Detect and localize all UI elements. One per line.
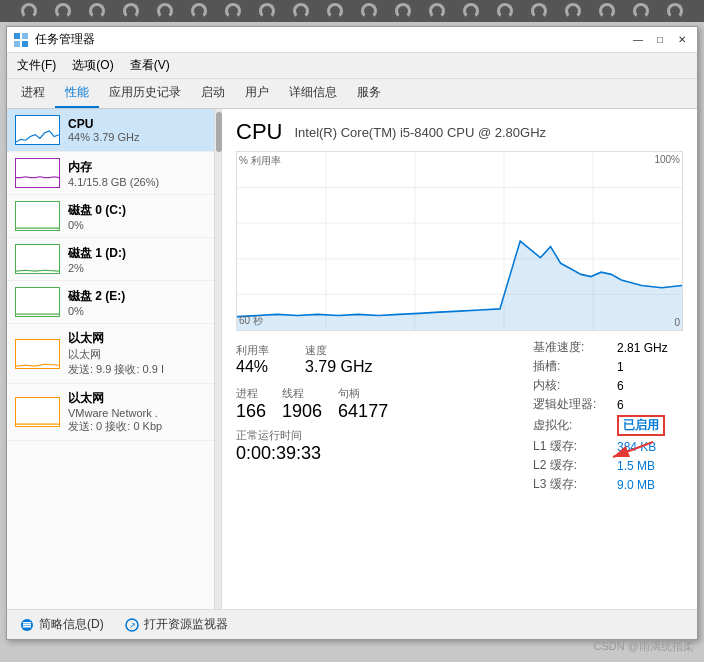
cpu-title: CPU — [236, 119, 282, 145]
svg-rect-0 — [14, 33, 20, 39]
chart-x-right: 0 — [674, 317, 680, 328]
eth1-sidebar-sub: 以太网 — [68, 347, 206, 362]
disk1-sidebar-sub: 2% — [68, 262, 206, 274]
stats-area: 利用率 44% 速度 3.79 GHz 进程 166 — [236, 339, 683, 495]
sidebar-item-eth2[interactable]: 以太网 VMware Network . 发送: 0 接收: 0 Kbp — [7, 384, 214, 441]
base-speed-value: 2.81 GHz — [617, 341, 668, 355]
cpu-sidebar-info: CPU 44% 3.79 GHz — [68, 117, 206, 143]
cpu-content: CPU Intel(R) Core(TM) i5-8400 CPU @ 2.80… — [222, 109, 697, 609]
spiral-loop — [667, 3, 683, 19]
spiral-loop — [89, 3, 105, 19]
socket-label: 插槽: — [533, 358, 613, 375]
disk0-sidebar-name: 磁盘 0 (C:) — [68, 202, 206, 219]
app-icon — [13, 32, 29, 48]
svg-rect-18 — [23, 626, 31, 628]
mem-sidebar-name: 内存 — [68, 159, 206, 176]
thread-label: 线程 — [282, 386, 322, 401]
socket-row: 插槽: 1 — [533, 358, 683, 375]
bottom-bar: 简略信息(D) ↗ 打开资源监视器 — [7, 609, 697, 639]
eth2-sidebar-sub: VMware Network . — [68, 407, 206, 419]
title-bar: 任务管理器 — □ ✕ — [7, 27, 697, 53]
menu-options[interactable]: 选项(O) — [66, 55, 119, 76]
sidebar-item-disk1[interactable]: 磁盘 1 (D:) 2% — [7, 238, 214, 281]
cpu-subtitle: Intel(R) Core(TM) i5-8400 CPU @ 2.80GHz — [294, 125, 546, 140]
svg-rect-3 — [22, 41, 28, 47]
sidebar-item-cpu[interactable]: CPU 44% 3.79 GHz — [7, 109, 214, 152]
util-label: 利用率 — [236, 343, 269, 358]
summary-button[interactable]: 简略信息(D) — [15, 614, 108, 635]
handle-value: 64177 — [338, 401, 388, 422]
tab-performance[interactable]: 性能 — [55, 79, 99, 108]
svg-rect-1 — [22, 33, 28, 39]
sidebar-item-eth1[interactable]: 以太网 以太网 发送: 9.9 接收: 0.9 I — [7, 324, 214, 384]
sidebar-item-disk0[interactable]: 磁盘 0 (C:) 0% — [7, 195, 214, 238]
stats-left: 利用率 44% 速度 3.79 GHz 进程 166 — [236, 339, 523, 495]
menu-view[interactable]: 查看(V) — [124, 55, 176, 76]
spiral-loop — [123, 3, 139, 19]
base-speed-label: 基准速度: — [533, 339, 613, 356]
tab-details[interactable]: 详细信息 — [279, 79, 347, 108]
l1-label: L1 缓存: — [533, 438, 613, 455]
process-value: 166 — [236, 401, 266, 422]
spiral-loop — [463, 3, 479, 19]
sidebar-item-disk2[interactable]: 磁盘 2 (E:) 0% — [7, 281, 214, 324]
disk1-thumbnail — [15, 244, 60, 274]
tab-startup[interactable]: 启动 — [191, 79, 235, 108]
disk0-sidebar-sub: 0% — [68, 219, 206, 231]
sidebar-scrollbar[interactable] — [214, 109, 221, 609]
spiral-loop — [565, 3, 581, 19]
cpu-chart-svg — [237, 152, 682, 330]
l1-value: 384 KB — [617, 440, 656, 454]
task-manager-window: 任务管理器 — □ ✕ 文件(F) 选项(O) 查看(V) 进程 性能 应用历史… — [6, 26, 698, 640]
chart-y-label: % 利用率 — [239, 154, 281, 168]
sidebar-item-memory[interactable]: 内存 4.1/15.8 GB (26%) — [7, 152, 214, 195]
disk1-sidebar-info: 磁盘 1 (D:) 2% — [68, 245, 206, 274]
tab-process[interactable]: 进程 — [11, 79, 55, 108]
l1-row: L1 缓存: 384 KB — [533, 438, 683, 455]
spiral-loop — [633, 3, 649, 19]
eth2-sidebar-info: 以太网 VMware Network . 发送: 0 接收: 0 Kbp — [68, 390, 206, 434]
eth1-sidebar-sub2: 发送: 9.9 接收: 0.9 I — [68, 362, 206, 377]
spiral-loop — [327, 3, 343, 19]
disk2-sidebar-info: 磁盘 2 (E:) 0% — [68, 288, 206, 317]
stats-right: 基准速度: 2.81 GHz 插槽: 1 内核: 6 逻辑处理器: — [523, 339, 683, 495]
disk0-sidebar-info: 磁盘 0 (C:) 0% — [68, 202, 206, 231]
mem-sidebar-sub: 4.1/15.8 GB (26%) — [68, 176, 206, 188]
menu-file[interactable]: 文件(F) — [11, 55, 62, 76]
svg-text:↗: ↗ — [128, 621, 135, 630]
mem-sidebar-info: 内存 4.1/15.8 GB (26%) — [68, 159, 206, 188]
l2-row: L2 缓存: 1.5 MB — [533, 457, 683, 474]
core-label: 内核: — [533, 377, 613, 394]
resource-monitor-button[interactable]: ↗ 打开资源监视器 — [120, 614, 232, 635]
process-label: 进程 — [236, 386, 266, 401]
l3-value: 9.0 MB — [617, 478, 655, 492]
uptime-value: 0:00:39:33 — [236, 443, 523, 464]
tab-users[interactable]: 用户 — [235, 79, 279, 108]
handle-label: 句柄 — [338, 386, 388, 401]
title-bar-left: 任务管理器 — [13, 31, 95, 48]
spiral-loop — [21, 3, 37, 19]
uptime-label: 正常运行时间 — [236, 428, 523, 443]
summary-label: 简略信息(D) — [39, 616, 104, 633]
logical-label: 逻辑处理器: — [533, 396, 613, 413]
spiral-loop — [361, 3, 377, 19]
window-controls: — □ ✕ — [629, 32, 691, 48]
handle-block: 句柄 64177 — [338, 386, 388, 422]
tab-services[interactable]: 服务 — [347, 79, 391, 108]
chart-x-left: 60 秒 — [239, 314, 263, 328]
uptime-block: 正常运行时间 0:00:39:33 — [236, 428, 523, 464]
maximize-button[interactable]: □ — [651, 32, 669, 48]
spiral-binding — [0, 0, 704, 22]
close-button[interactable]: ✕ — [673, 32, 691, 48]
spiral-loop — [191, 3, 207, 19]
minimize-button[interactable]: — — [629, 32, 647, 48]
tab-app-history[interactable]: 应用历史记录 — [99, 79, 191, 108]
speed-label: 速度 — [305, 343, 373, 358]
tab-bar: 进程 性能 应用历史记录 启动 用户 详细信息 服务 — [7, 79, 697, 109]
svg-rect-16 — [23, 624, 31, 626]
disk1-sidebar-name: 磁盘 1 (D:) — [68, 245, 206, 262]
watermark: CSDN @雨滴统指柔 — [594, 639, 694, 654]
svg-rect-2 — [14, 41, 20, 47]
core-row: 内核: 6 — [533, 377, 683, 394]
disk2-sidebar-sub: 0% — [68, 305, 206, 317]
